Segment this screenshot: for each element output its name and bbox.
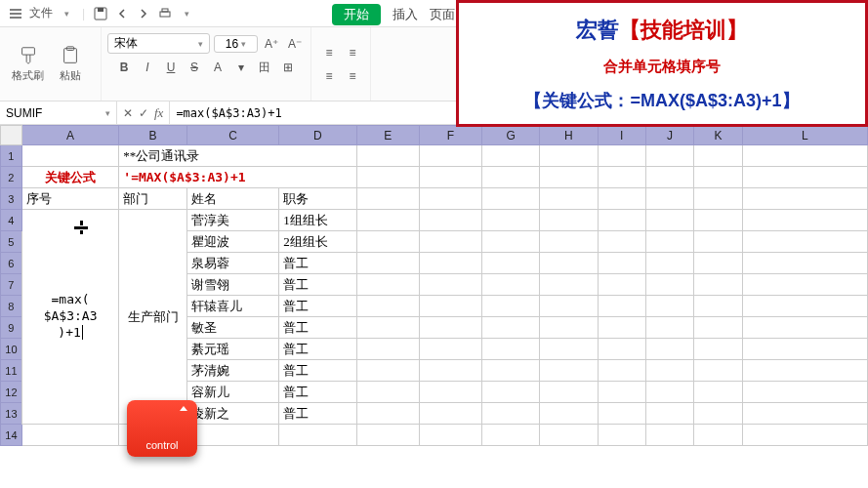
cell[interactable] <box>694 339 742 360</box>
undo-icon[interactable] <box>114 6 130 21</box>
cell[interactable] <box>482 317 540 339</box>
cell[interactable] <box>540 425 598 446</box>
column-header[interactable]: L <box>742 126 867 145</box>
cell[interactable] <box>356 145 419 167</box>
cell[interactable] <box>645 317 693 339</box>
cell[interactable] <box>742 274 867 296</box>
cell[interactable] <box>742 382 867 403</box>
column-header[interactable]: C <box>186 126 278 145</box>
font-size-select[interactable]: 16 ▾ <box>214 35 258 53</box>
strike-button[interactable]: S <box>185 58 204 77</box>
column-header[interactable]: G <box>482 126 540 145</box>
name-box[interactable]: SUMIF ▾ <box>0 102 117 124</box>
column-header[interactable]: H <box>540 126 598 145</box>
merge-button[interactable]: ⊞ <box>278 58 298 77</box>
cell[interactable] <box>645 145 693 167</box>
cell[interactable] <box>419 231 481 253</box>
cell[interactable] <box>419 210 481 231</box>
tab-start[interactable]: 开始 <box>332 4 381 25</box>
cell[interactable]: 谢雪翎 <box>186 274 278 296</box>
cell[interactable] <box>598 360 645 382</box>
cell[interactable] <box>540 210 598 231</box>
column-header[interactable]: J <box>645 126 693 145</box>
cell[interactable]: 普工 <box>279 403 356 425</box>
border-button[interactable]: 田 <box>255 58 274 77</box>
cell[interactable] <box>419 274 481 296</box>
save-icon[interactable] <box>93 6 108 21</box>
column-header[interactable]: K <box>694 126 742 145</box>
cell[interactable] <box>356 425 419 446</box>
cell-editing[interactable]: =max($A$3:A3)+1 <box>21 210 118 425</box>
cell[interactable] <box>540 382 598 403</box>
row-header[interactable]: 7 <box>1 274 22 296</box>
align-left-icon[interactable]: ≡ <box>319 66 339 86</box>
cell-dept[interactable]: 生产部门 <box>119 210 187 425</box>
spreadsheet-grid[interactable]: ABCDEFGHIJKL1**公司通讯录2关键公式'=MAX($A$3:A3)+… <box>0 125 868 446</box>
cell[interactable] <box>356 339 419 360</box>
increase-font-icon[interactable]: A⁺ <box>262 34 281 54</box>
cell[interactable] <box>742 210 867 231</box>
cell[interactable] <box>742 253 867 274</box>
column-header[interactable]: I <box>598 126 645 145</box>
cell[interactable] <box>694 317 742 339</box>
cell[interactable]: 凌新之 <box>186 403 278 425</box>
cell-header[interactable]: 职务 <box>279 188 356 210</box>
cell-header[interactable]: 序号 <box>21 188 118 210</box>
cell[interactable] <box>742 425 867 446</box>
cell[interactable] <box>419 145 481 167</box>
cell[interactable]: 普工 <box>279 360 356 382</box>
cell[interactable] <box>742 145 867 167</box>
cell[interactable] <box>645 360 693 382</box>
column-header[interactable]: B <box>119 126 187 145</box>
cell[interactable] <box>598 210 645 231</box>
cell[interactable] <box>482 210 540 231</box>
cell[interactable] <box>598 339 645 360</box>
cell[interactable] <box>356 231 419 253</box>
cell[interactable] <box>356 188 419 210</box>
fx-icon[interactable]: fx <box>154 105 163 121</box>
cell[interactable] <box>356 360 419 382</box>
cell[interactable]: 2组组长 <box>279 231 356 253</box>
cell[interactable] <box>482 339 540 360</box>
cell[interactable]: 容新儿 <box>186 382 278 403</box>
cell[interactable] <box>645 167 693 188</box>
cell[interactable] <box>482 296 540 317</box>
cell[interactable] <box>694 253 742 274</box>
cell[interactable] <box>694 296 742 317</box>
cell[interactable] <box>540 145 598 167</box>
cell[interactable] <box>356 210 419 231</box>
cell-key-formula[interactable]: '=MAX($A$3:A3)+1 <box>119 167 356 188</box>
cell[interactable] <box>482 382 540 403</box>
cell[interactable] <box>482 188 540 210</box>
cell[interactable] <box>482 360 540 382</box>
cell[interactable] <box>645 382 693 403</box>
row-header[interactable]: 9 <box>1 317 22 339</box>
row-header[interactable]: 3 <box>1 188 22 210</box>
cell[interactable] <box>419 296 481 317</box>
cell[interactable] <box>645 210 693 231</box>
cell[interactable] <box>186 425 278 446</box>
cell[interactable]: 茅清婉 <box>186 360 278 382</box>
cell[interactable] <box>21 145 118 167</box>
cell[interactable] <box>356 296 419 317</box>
cell[interactable] <box>598 253 645 274</box>
cell[interactable]: 菅淳美 <box>186 210 278 231</box>
file-menu[interactable]: 文件 <box>29 5 53 21</box>
tab-page[interactable]: 页面 <box>430 6 455 23</box>
cell[interactable] <box>694 403 742 425</box>
cell[interactable] <box>356 403 419 425</box>
cell[interactable] <box>419 339 481 360</box>
cell[interactable] <box>598 145 645 167</box>
decrease-font-icon[interactable]: A⁻ <box>285 34 305 54</box>
row-header[interactable]: 6 <box>1 253 22 274</box>
cell[interactable] <box>645 403 693 425</box>
cell[interactable] <box>694 425 742 446</box>
cell[interactable] <box>419 317 481 339</box>
cell[interactable] <box>598 231 645 253</box>
underline-button[interactable]: U <box>161 58 181 77</box>
align-center-icon[interactable]: ≡ <box>343 66 362 86</box>
row-header[interactable]: 12 <box>1 382 22 403</box>
cell[interactable] <box>540 317 598 339</box>
row-header[interactable]: 13 <box>1 403 22 425</box>
cell[interactable] <box>482 425 540 446</box>
